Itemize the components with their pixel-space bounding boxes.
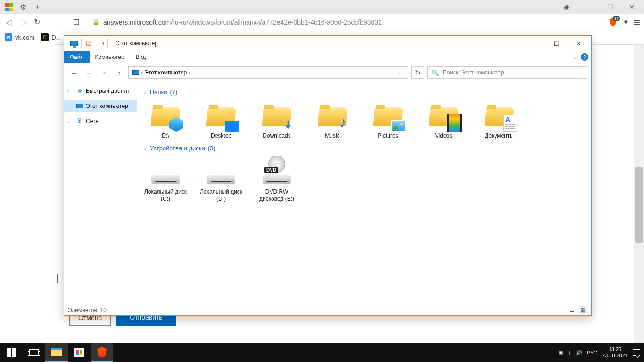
explorer-statusbar: Элементов: 10 ☰ ▦ [64,304,591,315]
tree-item-label: Сеть [86,118,99,124]
taskbar-clock[interactable]: 13:25 23.10.2021 [602,346,628,359]
explorer-minimize[interactable]: — [524,36,546,51]
tree-quick-access[interactable]: › ★ Быстрый доступ [64,85,137,97]
explorer-recent-dropdown[interactable]: ▾ [98,66,110,79]
item-label: Videos [435,132,452,139]
explorer-address-row: ← → ▾ ↑ › Этот компьютер › ⌄ ↻ 🔍 Поиск: … [64,63,591,82]
ribbon-view-tab[interactable]: Вид [130,51,152,63]
nav-back[interactable]: ◁ [4,17,14,27]
tree-network[interactable]: › 🖧 Сеть [64,115,137,127]
tray-language[interactable]: РУС [587,350,597,355]
picture-icon [391,120,406,132]
url-text: answers.microsoft.com/ru-ru/windows/foru… [103,18,382,26]
explorer-refresh[interactable]: ↻ [411,66,424,79]
ribbon-computer-tab[interactable]: Компьютер [90,51,130,63]
clock-time: 13:25 [602,346,628,353]
address-bar[interactable]: 🔒 answers.microsoft.com/ru-ru/windows/fo… [84,18,603,26]
tree-item-label: Этот компьютер [86,103,128,109]
view-icons-button[interactable]: ▦ [578,306,587,314]
music-icon: ♪ [336,115,350,132]
taskbar-explorer[interactable] [45,343,68,362]
group-label: Устройства и диски [150,145,205,152]
profile-icon[interactable]: ◉ [560,0,573,14]
tree-expand-icon[interactable]: › [68,119,74,124]
explorer-up[interactable]: ↑ [113,66,125,79]
breadcrumb-dropdown[interactable]: ⌄ [395,70,406,75]
item-label: Downloads [263,132,290,139]
search-icon: 🔍 [431,69,439,76]
view-details-button[interactable]: ☰ [568,306,577,314]
tab-microsoft[interactable] [4,2,14,12]
item-label: DVD RW дисковод (E:) [254,189,299,202]
bookmark-vk[interactable]: wvk.com [5,33,34,41]
explorer-content: ⌄ Папки (7) D:\ Desktop Downloads [137,82,591,304]
taskbar-store[interactable] [68,343,91,362]
explorer-back[interactable]: ← [68,66,80,79]
group-label: Папки [150,89,167,96]
reload-button[interactable]: ↻ [34,17,40,26]
item-label: Desktop [211,132,231,139]
nav-forward[interactable]: ▷ [19,17,29,27]
bookmark-d[interactable]: DD... [41,33,61,41]
explorer-close[interactable]: ✕ [568,36,589,51]
tree-item-label: Быстрый доступ [86,88,129,94]
window-minimize[interactable]: — [582,0,595,14]
shields-icon[interactable]: 17 [608,17,618,27]
item-label: Локальный диск (D:) [198,189,244,202]
drive-d[interactable]: Локальный диск (D:) [198,156,244,202]
ribbon-help[interactable]: ? [581,53,588,61]
explorer-breadcrumb[interactable]: › Этот компьютер › ⌄ [128,66,408,79]
explorer-maximize[interactable]: ☐ [546,36,568,51]
breadcrumb-thispc[interactable]: Этот компьютер [142,69,189,76]
folder-music[interactable]: ♪ Music [310,100,355,139]
folder-desktop[interactable]: Desktop [198,100,244,139]
tree-expand-icon[interactable]: › [68,89,74,94]
item-label: Локальный диск (C:) [143,189,188,202]
page-scrollbar[interactable] [634,45,644,343]
folder-videos[interactable]: Videos [421,100,466,139]
taskbar: ▣ ⟊ 🔊 РУС 13:25 23.10.2021 [0,343,644,362]
action-center-icon[interactable] [633,349,640,356]
explorer-titlebar[interactable]: ☑ ▭ ▾ Этот компьютер — ☐ ✕ [64,36,591,51]
drive-dvd[interactable]: DVD DVD RW дисковод (E:) [254,156,299,202]
group-folders-header[interactable]: ⌄ Папки (7) [143,89,586,96]
clock-date: 23.10.2021 [602,353,628,359]
qat-dropdown[interactable]: ▾ [102,41,105,46]
group-count: (7) [170,89,178,96]
tray-volume-icon[interactable]: 🔊 [576,350,582,356]
qat-newfolder-icon[interactable]: ▭ [94,39,102,48]
video-icon [447,114,462,132]
qat-thispc-icon[interactable] [70,39,78,48]
3d-icon [169,117,183,132]
explorer-ribbon: Файл Компьютер Вид ⌄ ? [64,51,591,63]
window-close[interactable]: ✕ [625,0,638,14]
browser-tab-strip: ⚙ + ◉ — ☐ ✕ [0,0,644,14]
tab-settings[interactable]: ⚙ [18,2,28,12]
browser-menu[interactable] [634,20,640,25]
bookmark-icon[interactable]: ☐ [73,18,79,26]
window-maximize[interactable]: ☐ [603,0,617,14]
tray-wifi-icon[interactable]: ⟊ [568,350,571,355]
folder-documents[interactable]: Документы [477,100,522,139]
ribbon-expand[interactable]: ⌄ [573,54,577,60]
ribbon-file-tab[interactable]: Файл [64,51,90,63]
explorer-title: Этот компьютер [116,40,158,47]
extensions-icon[interactable]: ✦ [623,17,629,26]
start-button[interactable] [0,343,23,362]
tree-this-pc[interactable]: › Этот компьютер [64,100,137,112]
qat-properties-icon[interactable]: ☑ [84,39,93,48]
explorer-forward[interactable]: → [83,66,95,79]
folder-downloads[interactable]: Downloads [254,100,299,139]
folder-d-drive[interactable]: D:\ [143,100,188,139]
item-label: Pictures [378,132,398,139]
task-view-button[interactable] [23,343,45,362]
tray-battery-icon[interactable]: ▣ [558,350,563,356]
chevron-down-icon: ⌄ [143,145,147,151]
folder-pictures[interactable]: Pictures [365,100,411,139]
new-tab-button[interactable]: + [32,2,42,12]
drive-c[interactable]: Локальный диск (C:) [143,156,188,202]
taskbar-brave[interactable] [91,343,113,362]
tree-expand-icon[interactable]: › [68,104,74,109]
explorer-search[interactable]: 🔍 Поиск: Этот компьютер [427,66,587,79]
group-devices-header[interactable]: ⌄ Устройства и диски (3) [143,145,586,152]
